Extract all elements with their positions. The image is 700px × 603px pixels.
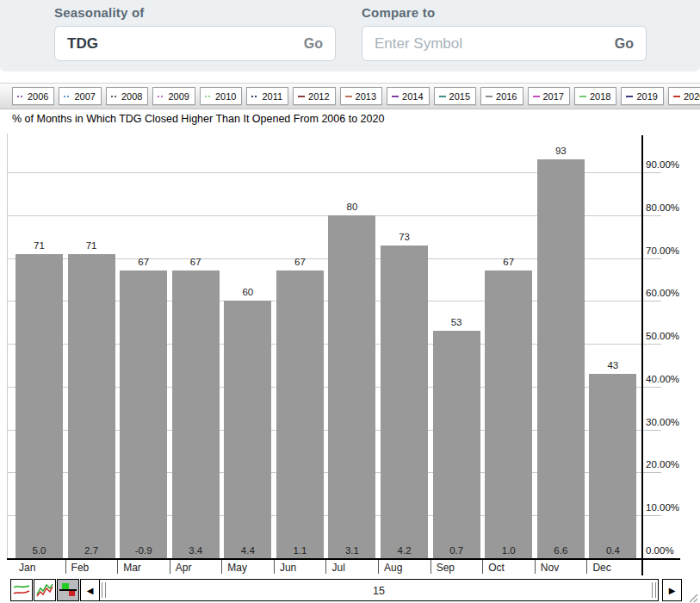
bar-value-label: 60 — [224, 287, 271, 297]
bar-chart-glyph — [59, 581, 77, 599]
y-axis-label: 40.00% — [646, 374, 679, 384]
x-axis-label-Oct: Oct — [488, 562, 505, 574]
y-axis-tick — [641, 515, 661, 516]
bar-value-label: 67 — [485, 257, 532, 267]
x-axis-label-Aug: Aug — [384, 562, 402, 574]
bottom-toolbar: ◀ 15 ▶ — [0, 577, 700, 603]
x-axis-tick — [586, 558, 587, 574]
smooth-line-chart-icon[interactable] — [10, 579, 33, 601]
bar-value-label: 67 — [276, 257, 324, 267]
bar-value-label: 53 — [433, 317, 480, 327]
bar-Jul — [328, 215, 375, 558]
y-axis-tick — [641, 472, 661, 473]
bar-value-label: 93 — [537, 146, 585, 156]
bar-gain-label: 3.1 — [328, 545, 375, 556]
y-axis-label: 90.00% — [646, 159, 679, 170]
scrollbar-value: 15 — [100, 585, 658, 597]
x-axis-tick — [482, 558, 483, 574]
bar-gain-label: 4.2 — [381, 545, 428, 556]
x-axis-tick — [274, 558, 275, 574]
bar-Jan — [15, 254, 63, 558]
y-axis-label: 70.00% — [646, 246, 679, 256]
bar-value-label: 43 — [589, 360, 636, 370]
scrollbar-right-grip[interactable] — [652, 582, 656, 598]
y-axis-tick — [641, 387, 661, 388]
resize-grip-glyph — [686, 592, 698, 603]
bar-gain-label: 1.0 — [485, 545, 532, 556]
x-axis-label-Feb: Feb — [71, 562, 90, 574]
x-axis-tick — [170, 558, 170, 574]
bar-value-label: 80 — [328, 202, 375, 212]
y-axis-tick — [641, 344, 661, 345]
resize-handle-icon[interactable] — [686, 591, 698, 602]
x-axis-label-Mar: Mar — [123, 562, 141, 574]
bar-Nov — [537, 159, 585, 558]
bar-value-label: 73 — [381, 232, 428, 242]
bar-gain-label: -0.9 — [120, 545, 167, 556]
bar-Sep — [433, 331, 480, 558]
y-axis-tick — [641, 258, 661, 259]
x-axis-label-Nov: Nov — [541, 562, 559, 574]
bar-gain-label: 4.4 — [224, 545, 271, 556]
x-axis-label-Jan: Jan — [19, 562, 35, 574]
bar-chart: 0.00%10.00%20.00%30.00%40.00%50.00%60.00… — [0, 0, 700, 603]
x-axis-tick — [325, 558, 326, 574]
bar-value-label: 67 — [120, 257, 167, 267]
smooth-line-glyph — [12, 581, 31, 599]
scroll-right-arrow-icon[interactable]: ▶ — [662, 579, 682, 601]
bar-value-label: 67 — [172, 257, 220, 267]
x-axis-label-Apr: Apr — [176, 562, 192, 574]
bar-May — [224, 301, 271, 558]
bar-Dec — [589, 374, 636, 558]
x-axis-tick — [431, 558, 431, 574]
bar-value-label: 71 — [15, 240, 63, 251]
bar-gain-label: 0.7 — [433, 545, 480, 556]
bar-gain-label: 2.7 — [68, 545, 115, 556]
y-axis-label: 50.00% — [646, 331, 679, 341]
bar-value-label: 71 — [68, 240, 115, 251]
x-axis-label-Jul: Jul — [331, 562, 344, 574]
bar-Feb — [68, 254, 115, 558]
y-axis-label: 10.00% — [646, 502, 679, 513]
bar-gain-label: 5.0 — [15, 545, 63, 556]
scroll-left-arrow-icon[interactable]: ◀ — [80, 579, 100, 601]
x-axis-tick — [535, 558, 536, 574]
seasonality-app: Seasonality of Go Compare to Go 20062007… — [0, 0, 700, 603]
y-axis-tick — [641, 430, 661, 431]
bar-chart-icon[interactable] — [57, 579, 79, 601]
bar-gain-label: 1.1 — [276, 545, 324, 556]
plot-left-border — [7, 134, 8, 558]
bar-Oct — [485, 270, 532, 558]
bar-Apr — [172, 270, 220, 558]
y-axis-label: 20.00% — [646, 459, 679, 469]
bar-Mar — [120, 270, 167, 558]
y-axis-label: 30.00% — [646, 417, 679, 427]
zigzag-line-glyph — [35, 581, 54, 599]
bar-gain-label: 6.6 — [537, 545, 585, 556]
x-axis-line — [7, 558, 680, 560]
y-axis-line — [641, 135, 643, 575]
bar-gain-label: 3.4 — [172, 545, 220, 556]
bar-Aug — [381, 246, 428, 558]
x-axis-label-Jun: Jun — [280, 562, 296, 574]
x-axis-tick — [117, 558, 118, 574]
y-axis-label: 80.00% — [646, 202, 679, 213]
x-axis-tick — [378, 558, 379, 574]
zigzag-line-chart-icon[interactable] — [34, 579, 56, 601]
y-axis-tick — [641, 172, 661, 173]
scrollbar-track[interactable]: 15 — [99, 579, 659, 601]
x-axis-tick — [221, 558, 222, 574]
y-axis-label: 60.00% — [646, 288, 679, 298]
x-axis-label-May: May — [227, 562, 247, 574]
bar-gain-label: 0.4 — [589, 545, 636, 556]
y-axis-label: 0.00% — [646, 545, 674, 556]
x-axis-label-Sep: Sep — [437, 562, 455, 574]
y-axis-tick — [641, 215, 661, 216]
bar-Jun — [276, 270, 324, 558]
x-axis-tick — [65, 558, 66, 574]
y-axis-tick — [641, 301, 661, 302]
x-axis-label-Dec: Dec — [592, 562, 610, 574]
